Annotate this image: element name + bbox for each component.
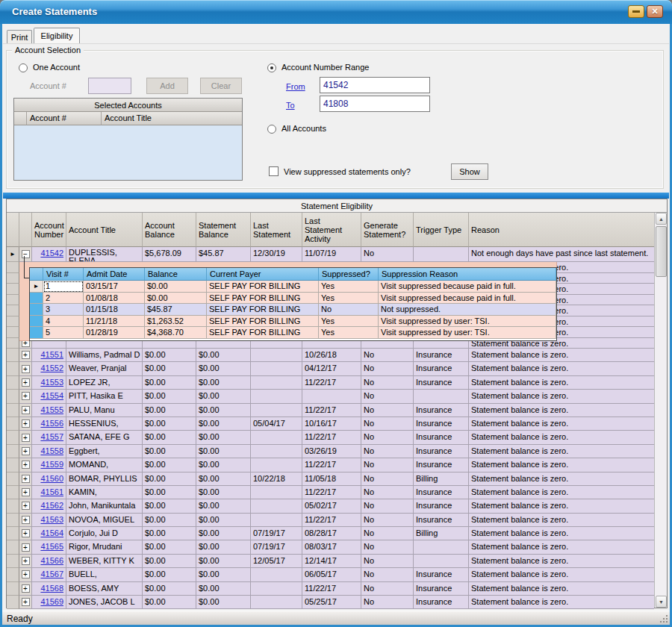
account-link[interactable]: 41561 [40,487,63,498]
col-generate-statement[interactable]: Generate Statement? [361,213,414,247]
col-trigger-type[interactable]: Trigger Type [414,213,469,247]
expand-icon[interactable]: + [22,557,30,565]
expand-cell[interactable]: + [19,349,32,362]
row-selector[interactable] [7,390,19,403]
one-account-radio[interactable] [19,63,28,72]
visit-row[interactable]: ► 1 03/15/17 $0.00 SELF PAY FOR BILLING … [30,281,556,293]
table-row[interactable]: + 41561 KAMIN, $0.00 $0.00 11/22/17 No I… [7,486,654,499]
visit-row-selector[interactable] [30,304,43,316]
account-link[interactable]: 41569 [40,596,63,608]
to-link[interactable]: To [286,101,295,110]
expand-icon[interactable]: + [22,378,30,387]
scroll-down-button[interactable]: ▼ [656,596,667,608]
expand-icon[interactable]: + [22,351,30,359]
account-link[interactable]: 41558 [40,446,63,457]
table-row[interactable]: + 41566 WEBER, KITTY K $0.00 $0.00 12/05… [7,555,654,568]
to-input[interactable] [320,96,430,112]
table-row[interactable]: + 41564 Corjulo, Jui D $0.00 $0.00 07/19… [7,527,654,540]
row-selector[interactable] [7,305,19,316]
row-selector[interactable] [7,527,19,540]
col-suppressed[interactable]: Suppressed? [319,268,379,281]
account-link[interactable]: 41556 [40,418,63,429]
account-link[interactable]: 41553 [40,377,63,388]
expand-cell[interactable]: + [19,596,32,609]
visit-row[interactable]: 2 01/08/18 $0.00 SELF PAY FOR BILLING Ye… [30,293,556,305]
expand-icon[interactable]: + [22,570,30,578]
collapse-icon[interactable]: − [22,250,30,258]
table-row[interactable]: + 41565 Rigor, Mrudani $0.00 $0.00 07/19… [7,540,654,554]
col-suppression-reason[interactable]: Suppression Reason [379,268,556,281]
expand-icon[interactable]: + [22,475,30,483]
expand-icon[interactable]: + [22,447,30,455]
expand-cell[interactable]: + [19,555,32,568]
row-selector[interactable]: ► [7,247,19,262]
row-selector[interactable] [7,273,19,284]
table-row[interactable]: + 41560 BOMAR, PHYLLIS $0.00 $0.00 10/22… [7,472,654,486]
account-link[interactable]: 41559 [40,459,63,470]
account-link[interactable]: 41554 [40,390,63,402]
row-selector[interactable] [7,431,19,444]
account-link[interactable]: 41552 [40,363,63,374]
expand-icon[interactable]: + [22,502,30,510]
account-link[interactable]: 41557 [40,431,63,443]
table-row[interactable]: + 41556 HESSENIUS, $0.00 $0.00 05/04/17 … [7,417,654,431]
account-link[interactable]: 41551 [40,349,63,361]
expand-icon[interactable]: + [22,516,30,524]
scroll-thumb[interactable] [656,226,667,277]
selected-accounts-body[interactable] [14,125,242,180]
visit-row[interactable]: 3 01/15/18 $45.87 SELF PAY FOR BILLING N… [30,304,556,316]
table-row[interactable]: + 41569 JONES, JACOB L $0.00 $0.00 05/25… [7,596,654,609]
account-number-input[interactable] [88,78,131,94]
table-row[interactable]: + 41558 Eggbert, $0.00 $0.00 03/26/19 No… [7,445,654,458]
expand-cell[interactable]: + [19,458,32,472]
minimize-button[interactable] [628,5,644,18]
table-row[interactable]: + 41554 PITT, Hasika E $0.00 $0.00 No St… [7,390,654,403]
row-selector[interactable] [7,445,19,458]
table-row[interactable]: + 41552 Weaver, Pranjal $0.00 $0.00 04/1… [7,362,654,375]
account-link[interactable]: 41560 [40,473,63,484]
expand-cell[interactable]: + [19,499,32,513]
all-accounts-radio[interactable] [267,125,276,134]
row-selector[interactable] [7,404,19,417]
table-row[interactable]: + 41555 PALU, Manu $0.00 $0.00 11/22/17 … [7,404,654,417]
expand-icon[interactable]: + [22,543,30,552]
row-selector[interactable] [7,338,19,349]
expand-icon[interactable]: + [22,365,30,373]
expand-cell[interactable]: + [19,417,32,431]
show-button[interactable]: Show [451,163,488,180]
expand-icon[interactable]: + [22,392,30,400]
col-current-payer[interactable]: Current Payer [207,268,319,281]
expand-cell[interactable]: + [19,404,32,417]
tab-print[interactable]: Print [7,30,32,43]
visit-row-selector[interactable] [30,293,43,305]
tab-eligibility[interactable]: Eligibility [34,28,80,43]
table-row[interactable]: + 41553 LOPEZ JR, $0.00 $0.00 11/22/17 N… [7,376,654,390]
col-reason[interactable]: Reason [469,213,654,247]
expand-cell[interactable]: + [19,431,32,444]
row-selector[interactable] [7,362,19,375]
clear-button[interactable]: Clear [200,78,242,94]
col-last-statement[interactable]: Last Statement [251,213,302,247]
account-link[interactable]: 41555 [40,405,63,416]
col-visit-number[interactable]: Visit # [43,268,84,281]
table-row[interactable]: + 41557 SATANA, EFE G $0.00 $0.00 11/22/… [7,431,654,444]
row-selector[interactable] [7,417,19,431]
row-selector[interactable] [7,284,19,295]
visit-row-selector[interactable] [30,327,43,339]
account-link[interactable]: 41565 [40,541,63,552]
from-input[interactable] [320,77,430,93]
account-link[interactable]: 41566 [40,555,63,567]
visit-row[interactable]: 5 01/28/19 $4,368.70 SELF PAY FOR BILLIN… [30,327,556,339]
visit-row[interactable]: 4 11/21/18 $1,263.52 SELF PAY FOR BILLIN… [30,316,556,328]
expand-cell[interactable]: + [19,445,32,458]
col-admit-date[interactable]: Admit Date [84,268,145,281]
expand-cell[interactable]: + [19,540,32,554]
table-row[interactable]: + 41559 MOMAND, $0.00 $0.00 11/22/17 No … [7,458,654,472]
table-row[interactable]: + 41551 Williams, Padmal D $0.00 $0.00 1… [7,349,654,362]
account-link[interactable]: 41563 [40,514,63,525]
row-selector[interactable] [7,327,19,338]
expand-cell[interactable]: + [19,582,32,596]
expand-cell[interactable]: + [19,362,32,375]
table-row[interactable]: + 41567 BUELL, $0.00 $0.00 06/05/17 No I… [7,568,654,581]
row-selector[interactable] [7,458,19,472]
